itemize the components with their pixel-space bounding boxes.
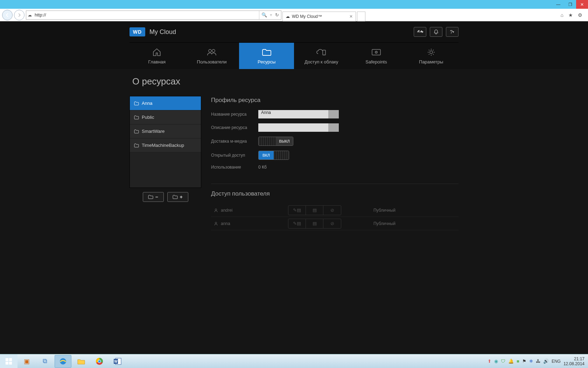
perm-deny-icon[interactable]: ⊘ [323,219,341,228]
share-item-anna[interactable]: Anna [130,96,201,110]
perm-readwrite-icon[interactable]: ✎▤ [288,219,306,228]
tray-icon[interactable]: ⚑ [522,359,526,364]
usage-label: Использование [211,165,258,170]
usb-icon[interactable] [414,27,426,37]
share-item-timemachine[interactable]: TimeMachineBackup [130,138,201,152]
svg-point-1 [212,49,215,52]
taskbar: ▣ ⧉ W ⬆ ◉ 🛡 🔔 ■ ⚑ ❄ 🖧 🔊 ENG 21:17 12.08.… [0,354,588,368]
favorites-icon[interactable]: ★ [568,12,573,18]
taskbar-explorer[interactable] [73,355,90,368]
svg-point-6 [376,52,377,53]
back-button[interactable] [2,10,13,20]
nav-tabs: Главная Пользователи Ресурсы Доступ к об… [0,42,588,69]
name-input[interactable]: Anna [258,110,339,118]
nav-label: Главная [148,59,166,64]
addr-controls: 🔍 ▾ ↻ [259,11,281,19]
share-label: TimeMachineBackup [142,143,184,148]
start-button[interactable] [0,354,18,368]
remove-share-button[interactable]: − [143,192,164,202]
home-icon [152,47,161,57]
taskbar-app-1[interactable]: ▣ [18,355,35,368]
system-tray: ⬆ ◉ 🛡 🔔 ■ ⚑ ❄ 🖧 🔊 ENG 21:17 12.08.2014 [488,356,588,366]
nav-label: Пользователи [197,59,227,64]
gear-icon [427,47,435,57]
tab-shares[interactable]: Ресурсы [239,42,294,69]
tab-settings[interactable]: Параметры [404,42,458,69]
perm-readonly-icon[interactable]: ▤ [306,206,323,215]
url-input[interactable] [33,12,259,18]
home-icon[interactable]: ⌂ [561,12,564,18]
shares-sidebar: Anna Public SmartWare TimeMachineBa [130,96,201,230]
share-item-smartware[interactable]: SmartWare [130,124,201,138]
search-icon[interactable]: 🔍 [261,12,267,18]
taskbar-word[interactable]: W [109,355,126,368]
new-tab-button[interactable] [357,12,365,21]
perm-readonly-icon[interactable]: ▤ [306,219,323,228]
share-list: Anna Public SmartWare TimeMachineBa [130,96,201,188]
tray-icon[interactable]: ❄ [529,359,533,364]
tab-safepoints[interactable]: Safepoints [349,42,404,69]
nav-label: Ресурсы [258,59,275,64]
permission-buttons[interactable]: ✎▤ ▤ ⊘ [288,219,341,229]
forward-button[interactable] [14,10,24,20]
perm-readwrite-icon[interactable]: ✎▤ [288,206,306,215]
tab-title: WD My Cloud™ [292,14,322,19]
svg-rect-10 [6,358,8,361]
access-type: Публичный [373,208,396,213]
tray-icon[interactable]: 🛡 [501,359,505,364]
usage-value: 0 Кб [258,165,267,170]
svg-point-7 [430,51,433,54]
profile-heading: Профиль ресурса [211,97,458,104]
minimize-button[interactable]: — [552,0,564,9]
share-label: Public [142,115,154,120]
gear-icon[interactable]: ⚙ [578,12,582,18]
tray-icon[interactable]: ◉ [494,359,498,364]
cloud-device-icon [316,47,327,57]
permission-buttons[interactable]: ✎▤ ▤ ⊘ [288,205,341,215]
tab-users[interactable]: Пользователи [184,42,239,69]
media-toggle[interactable]: ВЫКЛ [258,137,293,146]
svg-point-17 [98,360,101,362]
tab-close-icon[interactable]: ✕ [349,14,353,19]
public-toggle[interactable]: ВКЛ [258,151,289,160]
divider [211,184,458,184]
user-icon [214,222,218,226]
taskbar-chrome[interactable] [91,355,108,368]
browser-tab[interactable]: ☁ WD My Cloud™ ✕ [282,12,356,21]
tray-language[interactable]: ENG [552,359,561,364]
tray-network-icon[interactable]: 🖧 [536,359,540,364]
bell-icon[interactable] [430,27,442,37]
tab-home[interactable]: Главная [130,42,184,69]
wd-logo: WD [130,27,145,36]
tray-icon[interactable]: 🔔 [508,359,514,364]
add-share-button[interactable]: + [167,192,188,202]
perm-deny-icon[interactable]: ⊘ [323,206,341,215]
help-icon[interactable]: ?▾ [446,27,458,37]
svg-rect-13 [9,361,12,364]
desc-input[interactable] [258,123,339,132]
taskbar-app-2[interactable]: ⧉ [36,355,53,368]
svg-point-3 [324,54,325,55]
tray-volume-icon[interactable]: 🔊 [543,359,549,364]
page-title: О ресурсах [132,76,458,87]
brand-label: My Cloud [149,28,176,36]
refresh-icon[interactable]: ↻ [275,12,279,18]
svg-point-8 [215,209,217,210]
maximize-button[interactable]: ❐ [564,0,576,9]
taskbar-ie[interactable] [55,355,71,368]
tray-icon[interactable]: ■ [517,359,519,364]
window-titlebar: — ❐ ✕ [0,0,588,9]
tab-cloud[interactable]: Доступ к облаку [294,42,349,69]
share-item-public[interactable]: Public [130,110,201,124]
toggle-on-label: ВКЛ [259,151,274,159]
share-list-empty [130,152,201,188]
user-icon [214,208,218,212]
tray-clock[interactable]: 21:17 12.08.2014 [564,356,584,366]
safepoints-icon [371,47,381,57]
tray-icon[interactable]: ⬆ [488,359,491,364]
close-button[interactable]: ✕ [576,0,588,9]
address-bar[interactable]: ☁ 🔍 ▾ ↻ [26,11,281,20]
nav-label: Доступ к облаку [304,59,338,64]
svg-rect-12 [6,361,8,364]
access-type: Публичный [373,221,396,226]
